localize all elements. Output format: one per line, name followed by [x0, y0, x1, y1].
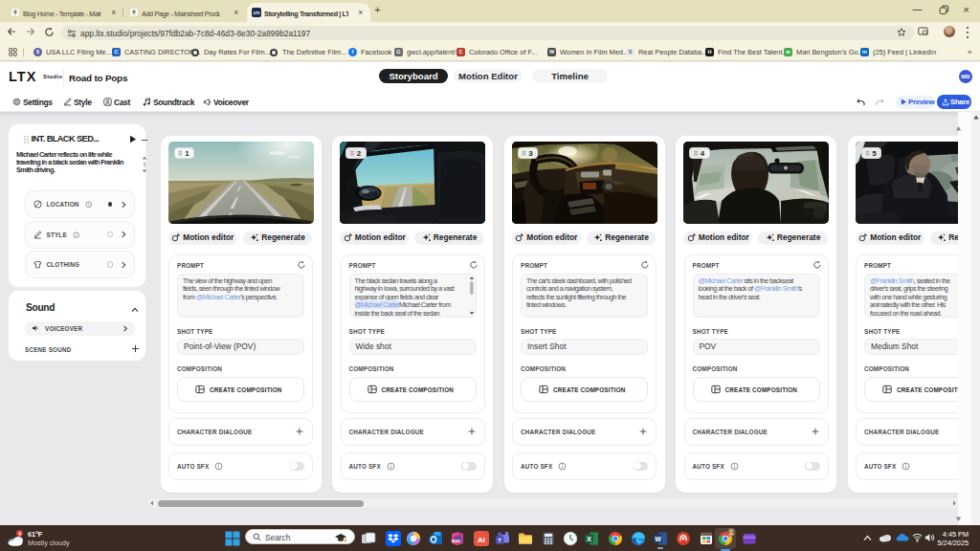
svg-text:4: 4 — [18, 531, 21, 537]
svg-text:T: T — [498, 537, 501, 542]
svg-text:LTX: LTX — [254, 11, 260, 15]
svg-text:Al: Al — [478, 535, 485, 543]
svg-text:X: X — [587, 534, 591, 542]
svg-text:W: W — [655, 535, 661, 541]
